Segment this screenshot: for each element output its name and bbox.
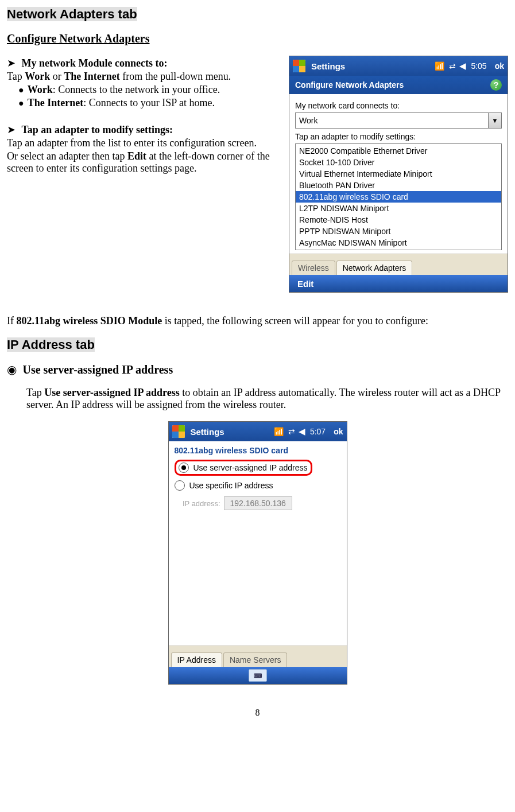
start-flag-icon[interactable]	[172, 425, 185, 438]
chevron-right-icon: ➤	[7, 124, 16, 135]
antenna-icon[interactable]: 📶	[435, 61, 444, 71]
item-tap-an-adapter: Tap an adapter to modify settings:	[22, 124, 173, 135]
radio-specific-ip[interactable]	[175, 480, 185, 491]
doc-text-bold: The Internet	[64, 71, 120, 82]
speaker-icon[interactable]: ◀	[459, 61, 466, 71]
bullet-icon: ●	[18, 85, 24, 95]
tab-ip-address[interactable]: IP Address	[171, 652, 222, 667]
edit-button[interactable]: Edit	[297, 279, 313, 289]
clock-time: 5:05	[471, 61, 486, 71]
doc-text: Tap an adapter from the list to enter it…	[7, 137, 281, 149]
ip-address-field: 192.168.50.136	[224, 496, 292, 510]
list-item-selected[interactable]: 802.11abg wireless SDIO card	[296, 191, 501, 203]
doc-text: Tap	[7, 71, 25, 82]
radio-bullet-icon: ◉	[7, 363, 17, 376]
chevron-down-icon[interactable]: ▼	[488, 113, 501, 128]
ip-address-label: IP address:	[175, 499, 220, 508]
doc-text: Tap	[26, 387, 44, 398]
bullet-icon: ●	[18, 98, 24, 108]
doc-text-bold: 802.11abg wireless SDIO Module	[17, 315, 162, 327]
list-item[interactable]: NE2000 Compatible Ethernet Driver	[296, 145, 501, 157]
connects-to-dropdown[interactable]: Work ▼	[295, 112, 502, 129]
item-my-network-module: My network Module connects to:	[22, 57, 168, 69]
heading-configure-network-adapters: Configure Network Adapters	[7, 32, 150, 45]
radio-label[interactable]: Use specific IP address	[189, 481, 273, 490]
speaker-icon[interactable]: ◀	[299, 426, 305, 437]
antenna-icon[interactable]: 📶	[274, 427, 284, 436]
label-connects-to: My network card connects to:	[295, 101, 502, 110]
item-use-server-assigned: Use server-assigned IP address	[23, 363, 173, 376]
start-flag-icon[interactable]	[293, 60, 305, 72]
clock-time: 5:07	[310, 427, 326, 436]
radio-label[interactable]: Use server-assigned IP address	[193, 463, 308, 472]
connectivity-icon[interactable]: ⇄	[449, 61, 455, 71]
list-item[interactable]: Socket 10-100 Driver	[296, 157, 501, 168]
heading-ip-address-tab: IP Address tab	[7, 337, 95, 352]
radio-server-assigned[interactable]	[179, 463, 189, 473]
list-item[interactable]: AsyncMac NDISWAN Miniport	[296, 237, 501, 248]
card-title: 802.11abg wireless SDIO card	[169, 441, 347, 457]
doc-text: is tapped, the following screen will app…	[162, 315, 428, 327]
label-tap-adapter: Tap an adapter to modify settings:	[295, 132, 502, 141]
ok-button[interactable]: ok	[334, 427, 343, 436]
window-title: Settings	[311, 61, 345, 71]
doc-text-bold: Use server-assigned IP address	[44, 387, 180, 398]
subheader-title: Configure Network Adapters	[295, 80, 404, 90]
tab-network-adapters[interactable]: Network Adapters	[336, 261, 413, 275]
adapter-listbox[interactable]: NE2000 Compatible Ethernet Driver Socket…	[295, 143, 502, 250]
doc-text-bold: The Internet	[28, 97, 84, 108]
ok-button[interactable]: ok	[495, 61, 504, 71]
doc-text: Or select an adapter then tap	[7, 150, 127, 162]
highlight-ring: Use server-assigned IP address	[175, 460, 313, 476]
doc-text: : Connects to your ISP at home.	[83, 97, 215, 108]
help-icon[interactable]: ?	[490, 79, 502, 91]
dropdown-value: Work	[296, 116, 488, 125]
screenshot-ip-address: Settings 📶 ⇄ ◀ 5:07 ok 802.11abg wireles…	[168, 421, 347, 685]
doc-text-bold: Edit	[127, 150, 146, 162]
doc-text-bold: Work	[25, 71, 50, 82]
doc-text: If	[7, 315, 17, 327]
list-item[interactable]: Remote-NDIS Host	[296, 214, 501, 226]
keyboard-icon[interactable]: ⌨	[249, 669, 267, 682]
doc-text: : Connects to the network in your office…	[53, 84, 220, 95]
list-item[interactable]: PPTP NDISWAN Miniport	[296, 226, 501, 237]
chevron-right-icon: ➤	[7, 57, 16, 69]
list-item[interactable]: Bluetooth PAN Driver	[296, 180, 501, 191]
doc-text: or	[50, 71, 64, 82]
doc-text-bold: Work	[28, 84, 53, 95]
tab-name-servers[interactable]: Name Servers	[223, 652, 287, 667]
list-item[interactable]: L2TP NDISWAN Miniport	[296, 203, 501, 214]
page-number: 8	[7, 708, 508, 718]
screenshot-network-adapters: Settings 📶 ⇄ ◀ 5:05 ok Configure Network…	[289, 56, 508, 293]
heading-network-adapters-tab: Network Adapters tab	[7, 7, 137, 21]
tab-wireless[interactable]: Wireless	[292, 261, 335, 275]
connectivity-icon[interactable]: ⇄	[288, 427, 294, 436]
doc-text: from the pull-down menu.	[120, 71, 231, 82]
window-title: Settings	[191, 427, 224, 437]
list-item[interactable]: Virtual Ethernet Intermediate Miniport	[296, 168, 501, 180]
